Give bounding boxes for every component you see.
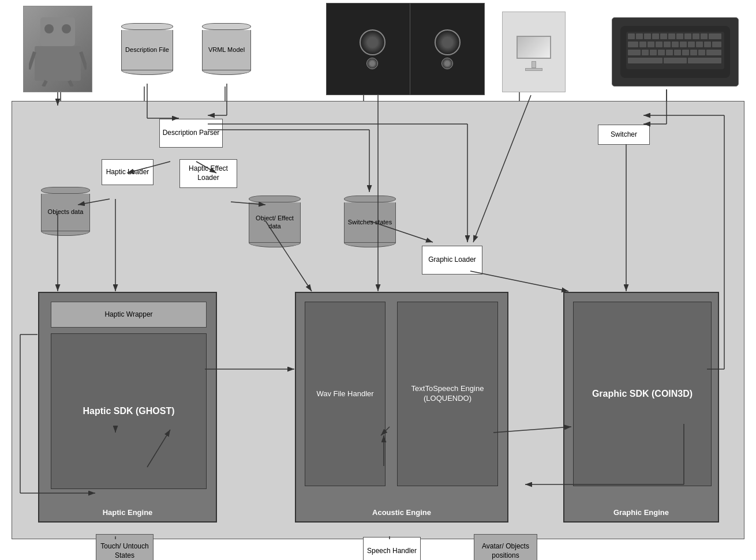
haptic-loader-label: Haptic Loader (106, 168, 149, 177)
svg-rect-79 (666, 50, 673, 55)
haptic-sdk-label: Haptic SDK (GHOST) (83, 405, 174, 418)
graphic-sdk-box: Graphic SDK (COIN3D) (573, 302, 712, 486)
svg-rect-80 (674, 50, 681, 55)
avatar-objects-label: Avatar/ Objects positions (474, 542, 537, 560)
speech-handler-label: Speech Handler (367, 547, 417, 556)
svg-point-45 (62, 24, 71, 33)
avatar-objects-box: Avatar/ Objects positions (474, 534, 537, 560)
haptic-wrapper-label: Haptic Wrapper (104, 310, 152, 320)
graphic-loader-label: Graphic Loader (428, 255, 476, 265)
svg-rect-54 (636, 33, 643, 39)
svg-rect-76 (642, 50, 649, 55)
speaker2-image (410, 3, 485, 95)
svg-rect-63 (709, 33, 721, 39)
vrml-model-cylinder: VRML Model (202, 17, 251, 81)
haptic-loader-box: Haptic Loader (102, 159, 154, 185)
svg-rect-82 (690, 50, 697, 55)
objects-data-cylinder: Objects data (41, 182, 90, 240)
svg-rect-71 (688, 42, 695, 47)
svg-rect-75 (628, 50, 641, 55)
haptic-sdk-box: Haptic SDK (GHOST) (51, 333, 207, 489)
haptic-effect-loader-box: Haptic Effect Loader (179, 159, 237, 188)
switches-states-cylinder: Switches states (344, 191, 396, 251)
svg-rect-68 (664, 42, 671, 47)
svg-rect-74 (712, 42, 721, 47)
svg-rect-65 (639, 42, 646, 47)
graphic-loader-box: Graphic Loader (422, 246, 482, 275)
speech-handler-box: Speech Handler (363, 537, 421, 560)
haptic-engine-box: Haptic Wrapper Haptic SDK (GHOST) Haptic… (38, 292, 217, 523)
objects-data-label: Objects data (48, 208, 84, 216)
haptic-engine-label: Haptic Engine (39, 508, 216, 517)
wav-file-handler-box: Wav File Handler (305, 302, 386, 486)
graphic-engine-box: Graphic SDK (COIN3D) Graphic Engine (563, 292, 719, 523)
main-area: Description Parser Haptic Loader Haptic … (12, 101, 744, 539)
description-file-cylinder: Description File (121, 17, 173, 81)
svg-rect-64 (628, 42, 638, 47)
acoustic-engine-label: Acoustic Engine (296, 508, 507, 517)
svg-rect-81 (682, 50, 689, 55)
svg-rect-84 (706, 50, 721, 55)
switcher-label: Switcher (611, 130, 637, 140)
svg-rect-73 (704, 42, 711, 47)
haptic-wrapper-box: Haptic Wrapper (51, 302, 207, 328)
graphic-engine-label: Graphic Engine (564, 508, 718, 517)
wav-file-handler-label: Wav File Handler (316, 389, 373, 399)
svg-rect-59 (676, 33, 683, 39)
switcher-box: Switcher (598, 125, 650, 145)
vrml-model-label: VRML Model (202, 30, 251, 70)
svg-rect-83 (698, 50, 705, 55)
robot-image (23, 6, 92, 92)
svg-line-48 (81, 52, 87, 69)
speakers-image (326, 3, 418, 95)
svg-rect-46 (35, 46, 81, 81)
monitor-image (502, 12, 566, 92)
graphic-sdk-label: Graphic SDK (COIN3D) (592, 388, 693, 400)
svg-rect-55 (644, 33, 651, 39)
keyboard-image (612, 17, 739, 87)
tts-engine-label: TextToSpeech Engine (LOQUENDO) (398, 384, 497, 404)
svg-line-50 (69, 81, 72, 87)
svg-rect-62 (701, 33, 708, 39)
tts-engine-box: TextToSpeech Engine (LOQUENDO) (397, 302, 498, 486)
svg-rect-57 (660, 33, 667, 39)
description-parser-box: Description Parser (159, 119, 223, 148)
svg-rect-69 (672, 42, 679, 47)
svg-rect-77 (650, 50, 657, 55)
svg-rect-66 (648, 42, 654, 47)
svg-line-47 (29, 52, 35, 69)
acoustic-engine-box: Wav File Handler TextToSpeech Engine (LO… (295, 292, 508, 523)
svg-rect-78 (658, 50, 665, 55)
switches-states-label: Switches states (348, 218, 392, 226)
svg-rect-72 (696, 42, 703, 47)
svg-rect-61 (693, 33, 699, 39)
description-parser-label: Description Parser (163, 129, 220, 138)
svg-rect-67 (656, 42, 663, 47)
svg-rect-85 (628, 58, 663, 63)
haptic-effect-loader-label: Haptic Effect Loader (180, 164, 237, 182)
svg-rect-60 (684, 33, 691, 39)
object-effect-data-cylinder: Object/ Effect data (249, 191, 301, 251)
svg-point-44 (44, 24, 54, 33)
svg-rect-70 (680, 42, 687, 47)
svg-rect-58 (668, 33, 675, 39)
touch-untouch-label: Touch/ Untouch States (96, 542, 153, 560)
touch-untouch-box: Touch/ Untouch States (96, 534, 154, 560)
object-effect-data-label: Object/ Effect data (250, 214, 299, 231)
diagram-container: Description File VRML Model (0, 0, 756, 560)
svg-rect-56 (652, 33, 659, 39)
svg-rect-87 (688, 58, 721, 63)
svg-rect-86 (664, 58, 687, 63)
description-file-label: Description File (121, 30, 173, 70)
svg-line-49 (43, 81, 46, 87)
svg-rect-53 (628, 33, 635, 39)
